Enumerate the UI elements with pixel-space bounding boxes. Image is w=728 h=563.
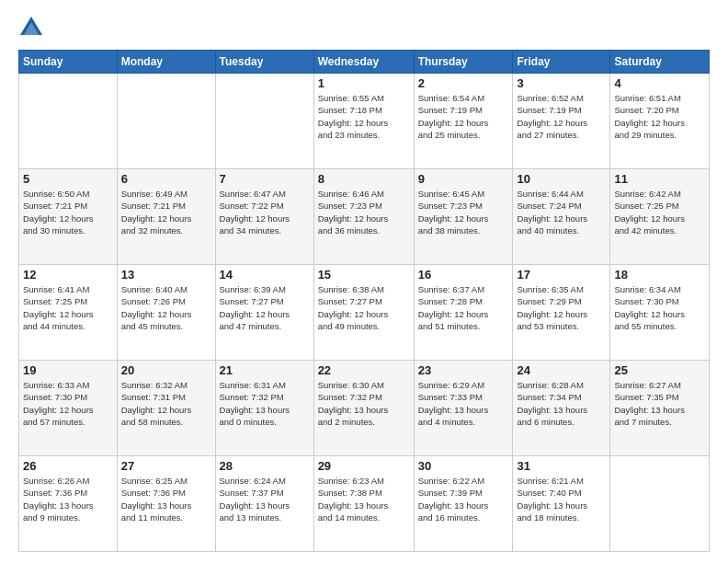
- day-number: 23: [418, 363, 509, 377]
- week-row-4: 19Sunrise: 6:33 AM Sunset: 7:30 PM Dayli…: [19, 361, 710, 456]
- header: [18, 15, 710, 40]
- day-number: 7: [220, 172, 310, 186]
- calendar: SundayMondayTuesdayWednesdayThursdayFrid…: [18, 50, 710, 552]
- day-info: Sunrise: 6:25 AM Sunset: 7:36 PM Dayligh…: [121, 475, 211, 523]
- day-cell: 2Sunrise: 6:54 AM Sunset: 7:19 PM Daylig…: [414, 74, 513, 169]
- day-number: 31: [517, 459, 606, 473]
- day-info: Sunrise: 6:41 AM Sunset: 7:25 PM Dayligh…: [23, 283, 113, 332]
- day-number: 3: [517, 76, 606, 90]
- day-cell: 7Sunrise: 6:47 AM Sunset: 7:22 PM Daylig…: [215, 169, 313, 265]
- week-row-3: 12Sunrise: 6:41 AM Sunset: 7:25 PM Dayli…: [19, 265, 710, 361]
- day-number: 18: [614, 268, 705, 282]
- day-cell: 26Sunrise: 6:26 AM Sunset: 7:36 PM Dayli…: [19, 456, 118, 552]
- day-info: Sunrise: 6:38 AM Sunset: 7:27 PM Dayligh…: [318, 283, 410, 332]
- day-cell: 11Sunrise: 6:42 AM Sunset: 7:25 PM Dayli…: [610, 169, 710, 265]
- day-info: Sunrise: 6:52 AM Sunset: 7:19 PM Dayligh…: [517, 92, 606, 141]
- weekday-monday: Monday: [117, 51, 215, 74]
- day-number: 6: [121, 172, 211, 186]
- day-cell: 24Sunrise: 6:28 AM Sunset: 7:34 PM Dayli…: [513, 361, 610, 456]
- day-info: Sunrise: 6:31 AM Sunset: 7:32 PM Dayligh…: [220, 379, 310, 428]
- day-cell: 20Sunrise: 6:32 AM Sunset: 7:31 PM Dayli…: [117, 361, 215, 456]
- day-info: Sunrise: 6:55 AM Sunset: 7:18 PM Dayligh…: [318, 92, 410, 141]
- weekday-wednesday: Wednesday: [313, 51, 414, 74]
- day-info: Sunrise: 6:54 AM Sunset: 7:19 PM Dayligh…: [418, 92, 509, 141]
- day-number: 13: [121, 268, 211, 282]
- day-cell: 5Sunrise: 6:50 AM Sunset: 7:21 PM Daylig…: [19, 169, 118, 265]
- week-row-2: 5Sunrise: 6:50 AM Sunset: 7:21 PM Daylig…: [19, 169, 710, 265]
- day-number: 14: [220, 268, 310, 282]
- day-info: Sunrise: 6:24 AM Sunset: 7:37 PM Dayligh…: [220, 475, 310, 523]
- day-cell: 29Sunrise: 6:23 AM Sunset: 7:38 PM Dayli…: [313, 456, 414, 552]
- day-info: Sunrise: 6:49 AM Sunset: 7:21 PM Dayligh…: [121, 188, 211, 236]
- day-cell: 12Sunrise: 6:41 AM Sunset: 7:25 PM Dayli…: [19, 265, 118, 361]
- day-cell: 1Sunrise: 6:55 AM Sunset: 7:18 PM Daylig…: [313, 74, 414, 169]
- day-cell: [610, 456, 710, 552]
- day-number: 28: [220, 459, 310, 473]
- day-number: 16: [418, 268, 509, 282]
- day-number: 12: [23, 268, 113, 282]
- day-cell: 16Sunrise: 6:37 AM Sunset: 7:28 PM Dayli…: [414, 265, 513, 361]
- day-cell: 23Sunrise: 6:29 AM Sunset: 7:33 PM Dayli…: [414, 361, 513, 456]
- day-info: Sunrise: 6:50 AM Sunset: 7:21 PM Dayligh…: [23, 188, 113, 236]
- day-number: 4: [614, 76, 705, 90]
- weekday-tuesday: Tuesday: [215, 51, 313, 74]
- day-number: 29: [318, 459, 410, 473]
- day-cell: 3Sunrise: 6:52 AM Sunset: 7:19 PM Daylig…: [513, 74, 610, 169]
- day-info: Sunrise: 6:32 AM Sunset: 7:31 PM Dayligh…: [121, 379, 211, 428]
- day-number: 24: [517, 363, 606, 377]
- day-number: 11: [614, 172, 705, 186]
- day-info: Sunrise: 6:27 AM Sunset: 7:35 PM Dayligh…: [614, 379, 705, 428]
- day-info: Sunrise: 6:30 AM Sunset: 7:32 PM Dayligh…: [318, 379, 410, 428]
- day-number: 15: [318, 268, 410, 282]
- day-number: 20: [121, 363, 211, 377]
- day-cell: 19Sunrise: 6:33 AM Sunset: 7:30 PM Dayli…: [19, 361, 118, 456]
- day-info: Sunrise: 6:29 AM Sunset: 7:33 PM Dayligh…: [418, 379, 509, 428]
- day-info: Sunrise: 6:47 AM Sunset: 7:22 PM Dayligh…: [220, 188, 310, 236]
- day-cell: 10Sunrise: 6:44 AM Sunset: 7:24 PM Dayli…: [513, 169, 610, 265]
- day-number: 26: [23, 459, 113, 473]
- day-number: 27: [121, 459, 211, 473]
- day-cell: 6Sunrise: 6:49 AM Sunset: 7:21 PM Daylig…: [117, 169, 215, 265]
- day-cell: [215, 74, 313, 169]
- day-number: 2: [418, 76, 509, 90]
- day-info: Sunrise: 6:23 AM Sunset: 7:38 PM Dayligh…: [318, 475, 410, 523]
- day-cell: 8Sunrise: 6:46 AM Sunset: 7:23 PM Daylig…: [313, 169, 414, 265]
- day-info: Sunrise: 6:26 AM Sunset: 7:36 PM Dayligh…: [23, 475, 113, 523]
- day-cell: 9Sunrise: 6:45 AM Sunset: 7:23 PM Daylig…: [414, 169, 513, 265]
- day-cell: 13Sunrise: 6:40 AM Sunset: 7:26 PM Dayli…: [117, 265, 215, 361]
- day-cell: 21Sunrise: 6:31 AM Sunset: 7:32 PM Dayli…: [215, 361, 313, 456]
- day-number: 1: [318, 76, 410, 90]
- logo-icon: [18, 15, 44, 40]
- day-cell: 25Sunrise: 6:27 AM Sunset: 7:35 PM Dayli…: [610, 361, 710, 456]
- week-row-1: 1Sunrise: 6:55 AM Sunset: 7:18 PM Daylig…: [19, 74, 710, 169]
- day-info: Sunrise: 6:21 AM Sunset: 7:40 PM Dayligh…: [517, 475, 606, 523]
- day-number: 30: [418, 459, 509, 473]
- day-info: Sunrise: 6:42 AM Sunset: 7:25 PM Dayligh…: [614, 188, 705, 236]
- day-cell: [19, 74, 118, 169]
- day-info: Sunrise: 6:45 AM Sunset: 7:23 PM Dayligh…: [418, 188, 509, 236]
- day-number: 22: [318, 363, 410, 377]
- day-number: 21: [220, 363, 310, 377]
- weekday-thursday: Thursday: [414, 51, 513, 74]
- day-info: Sunrise: 6:39 AM Sunset: 7:27 PM Dayligh…: [220, 283, 310, 332]
- day-info: Sunrise: 6:44 AM Sunset: 7:24 PM Dayligh…: [517, 188, 606, 236]
- day-cell: 17Sunrise: 6:35 AM Sunset: 7:29 PM Dayli…: [513, 265, 610, 361]
- day-number: 17: [517, 268, 606, 282]
- week-row-5: 26Sunrise: 6:26 AM Sunset: 7:36 PM Dayli…: [19, 456, 710, 552]
- day-number: 9: [418, 172, 509, 186]
- logo: [18, 15, 48, 40]
- day-info: Sunrise: 6:35 AM Sunset: 7:29 PM Dayligh…: [517, 283, 606, 332]
- day-info: Sunrise: 6:33 AM Sunset: 7:30 PM Dayligh…: [23, 379, 113, 428]
- day-cell: 28Sunrise: 6:24 AM Sunset: 7:37 PM Dayli…: [215, 456, 313, 552]
- day-number: 19: [23, 363, 113, 377]
- page: SundayMondayTuesdayWednesdayThursdayFrid…: [0, 0, 728, 563]
- day-cell: 30Sunrise: 6:22 AM Sunset: 7:39 PM Dayli…: [414, 456, 513, 552]
- day-info: Sunrise: 6:37 AM Sunset: 7:28 PM Dayligh…: [418, 283, 509, 332]
- weekday-friday: Friday: [513, 51, 610, 74]
- weekday-saturday: Saturday: [610, 51, 710, 74]
- day-number: 8: [318, 172, 410, 186]
- day-cell: 27Sunrise: 6:25 AM Sunset: 7:36 PM Dayli…: [117, 456, 215, 552]
- day-cell: 22Sunrise: 6:30 AM Sunset: 7:32 PM Dayli…: [313, 361, 414, 456]
- day-cell: 18Sunrise: 6:34 AM Sunset: 7:30 PM Dayli…: [610, 265, 710, 361]
- day-info: Sunrise: 6:46 AM Sunset: 7:23 PM Dayligh…: [318, 188, 410, 236]
